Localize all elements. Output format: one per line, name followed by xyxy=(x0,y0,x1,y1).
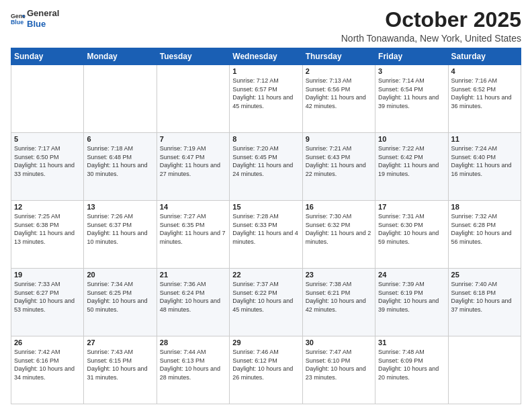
week-row-2: 5Sunrise: 7:17 AM Sunset: 6:50 PM Daylig… xyxy=(11,133,521,201)
day-number: 24 xyxy=(378,271,445,279)
day-info: Sunrise: 7:19 AM Sunset: 6:47 PM Dayligh… xyxy=(160,144,226,178)
day-info: Sunrise: 7:32 AM Sunset: 6:28 PM Dayligh… xyxy=(451,212,518,246)
week-row-3: 12Sunrise: 7:25 AM Sunset: 6:38 PM Dayli… xyxy=(11,201,521,269)
calendar-header-row: Sunday Monday Tuesday Wednesday Thursday… xyxy=(11,48,521,65)
day-cell-5-4: 29Sunrise: 7:46 AM Sunset: 6:12 PM Dayli… xyxy=(230,336,302,404)
col-thursday: Thursday xyxy=(302,48,375,65)
day-info: Sunrise: 7:48 AM Sunset: 6:09 PM Dayligh… xyxy=(378,348,445,381)
day-info: Sunrise: 7:16 AM Sunset: 6:52 PM Dayligh… xyxy=(451,77,518,110)
day-info: Sunrise: 7:40 AM Sunset: 6:18 PM Dayligh… xyxy=(451,280,518,314)
day-number: 16 xyxy=(306,203,372,211)
day-info: Sunrise: 7:22 AM Sunset: 6:42 PM Dayligh… xyxy=(378,144,445,178)
day-cell-1-4: 1Sunrise: 7:12 AM Sunset: 6:57 PM Daylig… xyxy=(230,65,302,133)
day-number: 20 xyxy=(87,271,153,279)
day-cell-2-2: 6Sunrise: 7:18 AM Sunset: 6:48 PM Daylig… xyxy=(84,133,157,201)
day-number: 28 xyxy=(160,338,226,347)
day-number: 6 xyxy=(87,135,153,143)
day-info: Sunrise: 7:47 AM Sunset: 6:10 PM Dayligh… xyxy=(306,348,372,381)
day-number: 15 xyxy=(232,203,299,211)
day-info: Sunrise: 7:20 AM Sunset: 6:45 PM Dayligh… xyxy=(232,144,299,178)
week-row-1: 1Sunrise: 7:12 AM Sunset: 6:57 PM Daylig… xyxy=(11,65,521,133)
day-cell-3-2: 13Sunrise: 7:26 AM Sunset: 6:37 PM Dayli… xyxy=(84,201,157,269)
day-info: Sunrise: 7:26 AM Sunset: 6:37 PM Dayligh… xyxy=(87,212,153,246)
day-cell-1-1 xyxy=(11,65,84,133)
week-row-5: 26Sunrise: 7:42 AM Sunset: 6:16 PM Dayli… xyxy=(11,336,521,404)
day-number: 27 xyxy=(87,338,153,347)
col-monday: Monday xyxy=(84,48,157,65)
day-cell-4-3: 21Sunrise: 7:36 AM Sunset: 6:24 PM Dayli… xyxy=(157,269,229,336)
day-number: 9 xyxy=(306,135,372,143)
day-cell-4-1: 19Sunrise: 7:33 AM Sunset: 6:27 PM Dayli… xyxy=(11,269,84,336)
day-cell-5-2: 27Sunrise: 7:43 AM Sunset: 6:15 PM Dayli… xyxy=(84,336,157,404)
day-number: 10 xyxy=(378,135,445,143)
day-info: Sunrise: 7:44 AM Sunset: 6:13 PM Dayligh… xyxy=(160,348,226,381)
day-info: Sunrise: 7:27 AM Sunset: 6:35 PM Dayligh… xyxy=(160,212,226,246)
day-info: Sunrise: 7:39 AM Sunset: 6:19 PM Dayligh… xyxy=(378,280,445,314)
day-info: Sunrise: 7:13 AM Sunset: 6:56 PM Dayligh… xyxy=(306,77,372,110)
day-number: 29 xyxy=(232,338,299,347)
day-number: 12 xyxy=(14,203,81,211)
page: General Blue General Blue October 2025 N… xyxy=(0,0,532,411)
day-cell-2-1: 5Sunrise: 7:17 AM Sunset: 6:50 PM Daylig… xyxy=(11,133,84,201)
day-info: Sunrise: 7:17 AM Sunset: 6:50 PM Dayligh… xyxy=(14,144,81,178)
day-cell-3-1: 12Sunrise: 7:25 AM Sunset: 6:38 PM Dayli… xyxy=(11,201,84,269)
day-number: 25 xyxy=(451,271,518,279)
day-info: Sunrise: 7:24 AM Sunset: 6:40 PM Dayligh… xyxy=(451,144,518,178)
day-number: 2 xyxy=(306,67,372,75)
day-number: 11 xyxy=(451,135,518,143)
logo-general: General xyxy=(27,8,59,19)
day-cell-3-4: 15Sunrise: 7:28 AM Sunset: 6:33 PM Dayli… xyxy=(230,201,302,269)
day-info: Sunrise: 7:25 AM Sunset: 6:38 PM Dayligh… xyxy=(14,212,81,246)
location: North Tonawanda, New York, United States xyxy=(341,33,521,44)
day-cell-1-5: 2Sunrise: 7:13 AM Sunset: 6:56 PM Daylig… xyxy=(302,65,375,133)
week-row-4: 19Sunrise: 7:33 AM Sunset: 6:27 PM Dayli… xyxy=(11,269,521,336)
day-info: Sunrise: 7:34 AM Sunset: 6:25 PM Dayligh… xyxy=(87,280,153,314)
day-number: 14 xyxy=(160,203,226,211)
day-cell-5-5: 30Sunrise: 7:47 AM Sunset: 6:10 PM Dayli… xyxy=(302,336,375,404)
day-info: Sunrise: 7:36 AM Sunset: 6:24 PM Dayligh… xyxy=(160,280,226,314)
col-friday: Friday xyxy=(375,48,448,65)
day-number: 26 xyxy=(14,338,81,347)
day-number: 7 xyxy=(160,135,226,143)
col-sunday: Sunday xyxy=(11,48,84,65)
day-cell-5-3: 28Sunrise: 7:44 AM Sunset: 6:13 PM Dayli… xyxy=(157,336,229,404)
day-info: Sunrise: 7:43 AM Sunset: 6:15 PM Dayligh… xyxy=(87,348,153,381)
day-cell-1-7: 4Sunrise: 7:16 AM Sunset: 6:52 PM Daylig… xyxy=(448,65,521,133)
day-cell-1-3 xyxy=(157,65,229,133)
day-cell-4-7: 25Sunrise: 7:40 AM Sunset: 6:18 PM Dayli… xyxy=(448,269,521,336)
day-number: 18 xyxy=(451,203,518,211)
day-info: Sunrise: 7:46 AM Sunset: 6:12 PM Dayligh… xyxy=(232,348,299,381)
day-info: Sunrise: 7:37 AM Sunset: 6:22 PM Dayligh… xyxy=(232,280,299,314)
day-number: 22 xyxy=(232,271,299,279)
day-cell-4-6: 24Sunrise: 7:39 AM Sunset: 6:19 PM Dayli… xyxy=(375,269,448,336)
day-number: 5 xyxy=(14,135,81,143)
day-number: 31 xyxy=(378,338,445,347)
logo-blue: Blue xyxy=(27,19,59,30)
day-number: 1 xyxy=(232,67,299,75)
day-cell-3-7: 18Sunrise: 7:32 AM Sunset: 6:28 PM Dayli… xyxy=(448,201,521,269)
day-number: 30 xyxy=(306,338,372,347)
day-cell-1-6: 3Sunrise: 7:14 AM Sunset: 6:54 PM Daylig… xyxy=(375,65,448,133)
day-cell-4-5: 23Sunrise: 7:38 AM Sunset: 6:21 PM Dayli… xyxy=(302,269,375,336)
day-info: Sunrise: 7:38 AM Sunset: 6:21 PM Dayligh… xyxy=(306,280,372,314)
day-info: Sunrise: 7:18 AM Sunset: 6:48 PM Dayligh… xyxy=(87,144,153,178)
day-number: 8 xyxy=(232,135,299,143)
day-cell-5-6: 31Sunrise: 7:48 AM Sunset: 6:09 PM Dayli… xyxy=(375,336,448,404)
day-number: 4 xyxy=(451,67,518,75)
day-number: 19 xyxy=(14,271,81,279)
day-info: Sunrise: 7:28 AM Sunset: 6:33 PM Dayligh… xyxy=(232,212,299,246)
day-info: Sunrise: 7:21 AM Sunset: 6:43 PM Dayligh… xyxy=(306,144,372,178)
day-cell-3-6: 17Sunrise: 7:31 AM Sunset: 6:30 PM Dayli… xyxy=(375,201,448,269)
day-number: 17 xyxy=(378,203,445,211)
day-number: 13 xyxy=(87,203,153,211)
day-cell-3-5: 16Sunrise: 7:30 AM Sunset: 6:32 PM Dayli… xyxy=(302,201,375,269)
day-info: Sunrise: 7:42 AM Sunset: 6:16 PM Dayligh… xyxy=(14,348,81,381)
day-cell-2-7: 11Sunrise: 7:24 AM Sunset: 6:40 PM Dayli… xyxy=(448,133,521,201)
day-cell-2-6: 10Sunrise: 7:22 AM Sunset: 6:42 PM Dayli… xyxy=(375,133,448,201)
col-saturday: Saturday xyxy=(448,48,521,65)
day-cell-4-4: 22Sunrise: 7:37 AM Sunset: 6:22 PM Dayli… xyxy=(230,269,302,336)
svg-text:Blue: Blue xyxy=(11,19,24,26)
day-info: Sunrise: 7:14 AM Sunset: 6:54 PM Dayligh… xyxy=(378,77,445,110)
day-info: Sunrise: 7:30 AM Sunset: 6:32 PM Dayligh… xyxy=(306,212,372,246)
header: General Blue General Blue October 2025 N… xyxy=(11,8,521,44)
